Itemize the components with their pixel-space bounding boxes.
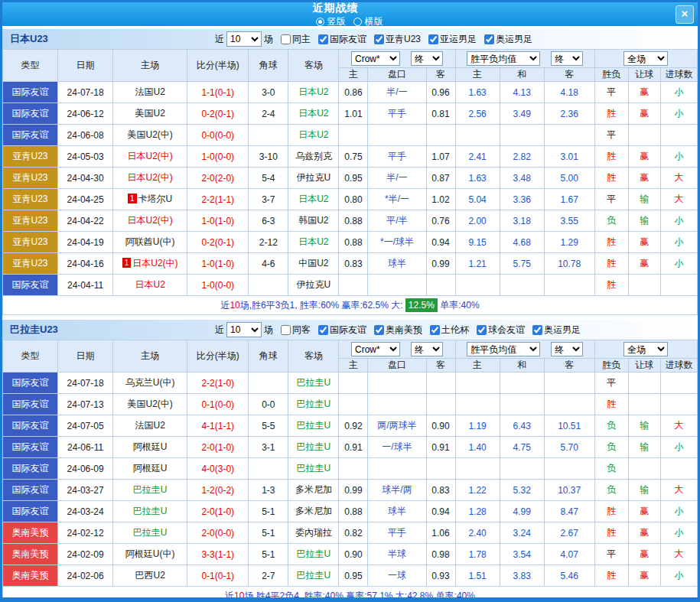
checkbox-input[interactable] bbox=[374, 34, 384, 44]
home-team: 阿根廷U bbox=[113, 458, 187, 480]
handicap-line: 球半 bbox=[368, 253, 426, 275]
radio-horizontal-label[interactable]: 横版 bbox=[365, 15, 383, 28]
result-goals bbox=[660, 373, 697, 394]
score: 1-2(0-2) bbox=[187, 480, 249, 501]
filter-checkbox-1[interactable]: 球会友谊 bbox=[471, 324, 525, 337]
radio-vertical-label[interactable]: 竖版 bbox=[327, 15, 346, 28]
avg-type-select[interactable]: 胜平负均值 bbox=[467, 51, 540, 66]
result-handicap: 赢 bbox=[628, 565, 660, 587]
odds-time-select[interactable]: 终 bbox=[411, 51, 443, 66]
radio-vertical-icon[interactable] bbox=[316, 18, 324, 26]
avg-draw-odds: 4.99 bbox=[500, 501, 544, 522]
avg-home-odds: 1.22 bbox=[455, 480, 500, 501]
checkbox-input[interactable] bbox=[532, 325, 542, 335]
odds-provider-select[interactable]: Crow* bbox=[351, 51, 400, 66]
odds-home: 0.75 bbox=[339, 146, 368, 168]
home-team: 美国U2(中) bbox=[113, 125, 187, 146]
corners: 3-1 bbox=[249, 437, 288, 458]
handicap-line: 两/两球半 bbox=[368, 415, 426, 437]
filter-checkbox-1[interactable]: 奥运男足 bbox=[527, 324, 581, 337]
filter-checkbox-1[interactable]: 同客 bbox=[275, 324, 311, 337]
sections-container: 日本U23近10场同主国际友谊亚青U23亚运男足奥运男足类型日期主场比分(半场)… bbox=[2, 29, 698, 602]
match-row: 国际友谊24-03-27巴拉圭U1-2(0-2)1-3多米尼加0.99球半/两0… bbox=[3, 480, 698, 501]
handicap-line: 球半 bbox=[368, 501, 426, 522]
corners: 5-4 bbox=[249, 168, 288, 189]
avg-time-select[interactable]: 终 bbox=[551, 51, 583, 66]
odds-home: 0.88 bbox=[339, 232, 368, 253]
match-type: 国际友谊 bbox=[3, 480, 58, 501]
scope-select[interactable]: 全场 bbox=[623, 342, 668, 356]
handicap-line bbox=[368, 275, 426, 296]
checkbox-input[interactable] bbox=[477, 325, 487, 335]
odds-home: 0.82 bbox=[339, 522, 368, 544]
filter-checkbox-0[interactable]: 同主 bbox=[275, 33, 311, 46]
corners: 0-0 bbox=[249, 394, 288, 415]
corners: 3-0 bbox=[249, 82, 288, 103]
avg-away-odds: 1.67 bbox=[544, 189, 594, 210]
odds-time-select[interactable]: 终 bbox=[411, 342, 443, 356]
result-goals: 小 bbox=[660, 501, 697, 522]
home-team: 日本U2(中) bbox=[113, 210, 187, 232]
checkbox-label: 亚青U23 bbox=[386, 33, 421, 46]
avg-home-odds bbox=[455, 458, 500, 480]
result-wdl: 负 bbox=[594, 437, 628, 458]
filter-checkbox-0[interactable]: 奥运男足 bbox=[479, 33, 532, 46]
filter-checkbox-1[interactable]: 奥南美预 bbox=[369, 324, 422, 337]
checkbox-input[interactable] bbox=[430, 325, 440, 335]
corners: 5-1 bbox=[249, 501, 288, 522]
away-team: 日本U2 bbox=[288, 125, 339, 146]
radio-horizontal-icon[interactable] bbox=[353, 18, 362, 26]
close-button[interactable]: × bbox=[676, 5, 694, 24]
near-count-select[interactable]: 10 bbox=[226, 31, 262, 47]
scope-select[interactable]: 全场 bbox=[623, 51, 668, 66]
summary-text: 近10场,胜4平2负4, 胜率:40% 赢率:57.1% 大:42.8% 单率:… bbox=[3, 587, 698, 602]
away-team: 巴拉圭U bbox=[288, 458, 339, 480]
checkbox-input[interactable] bbox=[374, 325, 384, 335]
filter-checkbox-1[interactable]: 国际友谊 bbox=[313, 324, 366, 337]
avg-away-odds: 5.70 bbox=[544, 437, 594, 458]
checkbox-input[interactable] bbox=[318, 34, 328, 44]
result-handicap bbox=[628, 275, 660, 296]
home-team: 日本U2(中) bbox=[113, 168, 187, 189]
match-row: 国际友谊24-03-24巴拉圭U2-0(1-0)5-1多米尼加0.88球半0.9… bbox=[3, 501, 698, 522]
checkbox-input[interactable] bbox=[281, 325, 291, 335]
filter-checkbox-0[interactable]: 国际友谊 bbox=[313, 33, 366, 46]
checkbox-input[interactable] bbox=[318, 325, 328, 335]
avg-draw-odds bbox=[500, 125, 544, 146]
avg-draw-odds: 3.48 bbox=[500, 168, 544, 189]
sub-col-header-5: 客 bbox=[544, 359, 594, 373]
result-wdl: 胜 bbox=[594, 501, 628, 522]
home-team: 阿根廷U bbox=[113, 437, 187, 458]
result-wdl: 平 bbox=[594, 189, 628, 210]
checkbox-input[interactable] bbox=[281, 34, 291, 44]
checkbox-input[interactable] bbox=[484, 34, 494, 44]
odds-away: 0.81 bbox=[426, 103, 455, 125]
result-wdl: 负 bbox=[594, 210, 628, 232]
avg-type-select[interactable]: 胜平负均值 bbox=[467, 342, 540, 356]
checkbox-label: 同客 bbox=[292, 324, 311, 337]
away-team: 韩国U2 bbox=[288, 210, 339, 232]
avg-time-select[interactable]: 终 bbox=[551, 342, 583, 356]
handicap-line: 平手 bbox=[368, 522, 426, 544]
avg-home-odds bbox=[455, 275, 500, 296]
near-count-select[interactable]: 10 bbox=[226, 322, 262, 337]
checkbox-input[interactable] bbox=[428, 34, 438, 44]
result-goals: 大 bbox=[660, 189, 697, 210]
match-row: 亚青U2324-04-22日本U2(中)1-0(1-0)6-3韩国U20.88平… bbox=[3, 210, 698, 232]
odds-away bbox=[426, 373, 455, 394]
filter-checkbox-0[interactable]: 亚青U23 bbox=[369, 33, 421, 46]
match-date: 24-06-12 bbox=[58, 103, 113, 125]
corners bbox=[249, 458, 288, 480]
match-type: 国际友谊 bbox=[3, 437, 58, 458]
handicap-line: 一球 bbox=[368, 565, 426, 587]
match-type: 国际友谊 bbox=[3, 275, 58, 296]
match-row: 奥南美预24-02-12巴拉圭U2-0(0-0)5-1委內瑞拉0.82平手1.0… bbox=[3, 522, 698, 544]
filter-checkbox-0[interactable]: 亚运男足 bbox=[423, 33, 477, 46]
odds-provider-select[interactable]: Crow* bbox=[351, 342, 400, 356]
away-team: 巴拉圭U bbox=[288, 565, 339, 587]
result-handicap: 赢 bbox=[628, 253, 660, 275]
result-handicap: 赢 bbox=[628, 544, 660, 565]
match-row: 亚青U2324-05-03日本U2(中)1-0(0-0)3-10乌兹别克0.75… bbox=[3, 146, 698, 168]
filter-checkbox-1[interactable]: 土伦杯 bbox=[425, 324, 469, 337]
result-wdl: 胜 bbox=[594, 394, 628, 415]
